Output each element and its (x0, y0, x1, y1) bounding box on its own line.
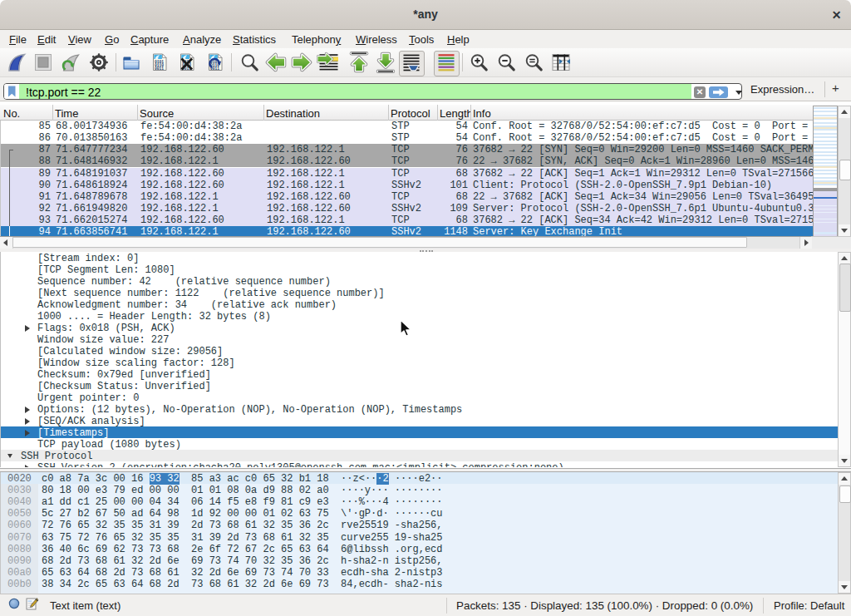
svg-text:0011: 0011 (155, 67, 164, 71)
